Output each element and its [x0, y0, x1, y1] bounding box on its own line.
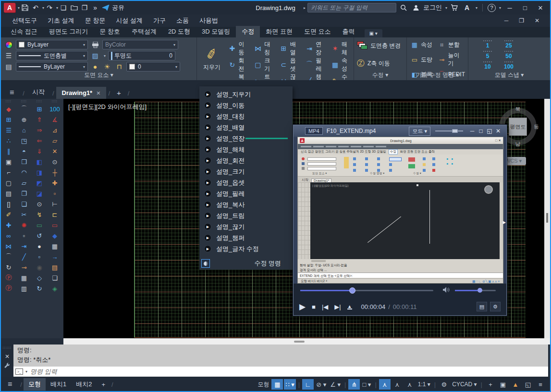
redo-icon[interactable]: ↷ [44, 2, 55, 13]
brand-caret-icon[interactable]: ▾ [476, 6, 478, 10]
search-icon[interactable] [398, 2, 409, 13]
status-toggle-icon[interactable]: ∠ ▾ [329, 379, 342, 390]
eject-button[interactable]: ▲ [347, 304, 352, 309]
volume-bar[interactable] [455, 290, 496, 291]
seek-bar[interactable] [300, 290, 433, 291]
command-prompt-icon[interactable]: >_ [15, 368, 23, 375]
tool-icon[interactable]: ⊕ [18, 114, 30, 125]
settings-gear-button[interactable]: ⚙ [490, 302, 501, 311]
flyout-tutorial-item[interactable]: ▶ 설명_옵셋 [199, 177, 293, 188]
tool-icon[interactable]: ↺ [33, 230, 46, 241]
status-toggle-icon[interactable]: ⚙ [438, 379, 450, 390]
help-caret-icon[interactable]: ▾ [499, 6, 501, 10]
tool-icon[interactable]: Ⓟ [2, 273, 15, 283]
compass-south-label[interactable]: 남 [515, 141, 521, 148]
tool-icon[interactable]: ∥ [2, 146, 15, 156]
modify-tool-button[interactable]: ↻ 회전 [227, 57, 251, 73]
layout-tab[interactable]: 배치2 [71, 378, 97, 391]
tool-icon[interactable]: 100 [49, 104, 61, 114]
pin-icon[interactable] [201, 259, 210, 268]
video-frame[interactable]: A Drawing1.dwg □ ✕ 신속 접근 평면도 그리기 문 창호 주택… [297, 137, 503, 284]
flyout-tutorial-item[interactable]: ▶ 설명_복사 [199, 199, 293, 210]
tool-icon[interactable]: ⊏ [49, 209, 61, 220]
status-toggle-icon[interactable]: | [433, 379, 437, 390]
transparency-icon[interactable]: ▨ [90, 52, 100, 59]
doc-restore-button[interactable]: ❐ [519, 17, 524, 24]
status-toggle-icon[interactable]: + [485, 379, 496, 390]
other-modify-button[interactable]: ▦ 속성 [411, 41, 436, 49]
search-input[interactable] [307, 3, 396, 12]
ribbon-tab[interactable]: 출력 [337, 26, 361, 37]
flyout-tutorial-item[interactable]: ▶ 설명_회전 [199, 155, 293, 166]
menu-item[interactable]: 가구 [148, 16, 171, 25]
tool-icon[interactable]: ⊿ [49, 125, 61, 135]
tool-icon[interactable]: ⊢ [49, 199, 61, 209]
tool-icon[interactable]: ⌒ [18, 104, 30, 114]
tool-icon[interactable]: ∴ [2, 135, 15, 146]
tool-icon[interactable]: ⇓ [33, 146, 46, 156]
toolbar-grip[interactable]: ∷∷ [52, 100, 58, 104]
tool-icon[interactable]: ◩ [33, 178, 46, 188]
tool-icon[interactable]: ⇑ [33, 114, 46, 125]
tool-icon[interactable]: ⌒ [2, 251, 15, 262]
status-toggle-icon[interactable]: 모형 [256, 379, 270, 390]
flyout-tutorial-item[interactable]: ▶ 설명_지우기 [199, 89, 293, 100]
tool-icon[interactable]: ◧ [33, 156, 46, 167]
modify-tool-button[interactable]: ⇥ 연장 [304, 40, 328, 57]
modify-tool-button[interactable]: ✚ 이동 [227, 40, 251, 57]
playlist-button[interactable]: ▤ [477, 302, 487, 311]
snap-value-button[interactable]: 5 [477, 51, 498, 59]
sun-icon[interactable]: ☀ [102, 63, 112, 71]
tab-drawing1[interactable]: Drawing1*✕ [56, 87, 107, 99]
compass-north-label[interactable]: 북 [515, 106, 521, 113]
undo-icon[interactable]: ↶ [30, 2, 41, 13]
flyout-tutorial-item[interactable]: ▶ 설명_끊기 [199, 221, 293, 232]
other-modify-button[interactable]: ⌗ 분할 [438, 41, 465, 49]
stop-button[interactable]: ■ [312, 303, 316, 310]
menu-item[interactable]: 기초 설계 [42, 16, 80, 25]
layout-tab[interactable]: 배치1 [46, 378, 71, 391]
tool-icon[interactable]: Ⓟ [2, 283, 15, 294]
menu-item[interactable]: 시설 설계 [110, 16, 148, 25]
login-caret-icon[interactable]: ▾ [445, 6, 447, 10]
tool-icon[interactable]: ⌂ [18, 125, 30, 135]
doc-minimize-button[interactable]: ─ [504, 17, 509, 24]
status-toggle-icon[interactable]: ⋏ [392, 379, 403, 390]
user-icon[interactable] [411, 2, 421, 13]
bulb-icon[interactable]: ● [90, 63, 100, 71]
tab-close-icon[interactable]: ✕ [96, 90, 100, 96]
snap-value-button[interactable]: 1 [477, 40, 498, 49]
other-modify-button[interactable]: ⊸ 늘이기 [438, 51, 465, 68]
tool-icon[interactable]: ⊞ [2, 114, 15, 125]
video-side-expand-icon[interactable]: ▶ [503, 220, 506, 225]
tab-start[interactable]: 시작 [26, 85, 50, 99]
video-fullscreen-button[interactable]: ◱ [485, 128, 494, 134]
close-button[interactable]: ✕ [534, 2, 547, 13]
tool-icon[interactable]: ▢ [2, 178, 15, 188]
z-move-button[interactable]: Ⓩ Z축 이동 [357, 59, 390, 69]
tool-icon[interactable]: ✺ [18, 220, 30, 230]
menu-item[interactable]: 사용법 [194, 16, 223, 25]
color-dropdown[interactable]: ByLayer ▾ [16, 40, 88, 49]
command-grip-icon[interactable]: ∷∷∷ [3, 346, 12, 350]
modify-tool-button[interactable]: ⊞ 배열 [278, 40, 302, 57]
app-logo-icon[interactable]: A [4, 3, 15, 12]
tool-icon[interactable]: ✚ [49, 178, 61, 188]
video-maximize-button[interactable]: □ [477, 128, 485, 134]
flyout-tutorial-item[interactable]: ▶ 설명_배열 [199, 122, 293, 133]
tool-icon[interactable]: ∡ [49, 114, 61, 125]
vertical-scrollbar-handle[interactable] [546, 213, 548, 223]
status-toggle-icon[interactable]: | [297, 379, 301, 390]
tool-icon[interactable]: ⊸ [18, 262, 30, 273]
ribbon-tab[interactable]: 화면 표현 [260, 26, 298, 37]
tool-icon[interactable]: → [49, 251, 61, 262]
modify-tool-button[interactable]: ▦ 속성 [330, 57, 354, 73]
status-toggle-icon[interactable]: ∷ ▾ [284, 379, 295, 390]
tool-icon[interactable]: ● [33, 241, 46, 251]
tool-icon[interactable]: ↻ [33, 283, 46, 294]
modify-tool-button[interactable]: ⌒ 필레 [304, 57, 328, 73]
tool-icon[interactable]: ↯ [33, 209, 46, 220]
ribbon-display-toggle[interactable]: ▣ ▾ [365, 29, 382, 37]
doc-close-button[interactable]: ✕ [535, 17, 539, 24]
tool-icon[interactable]: ▫ [18, 230, 30, 241]
